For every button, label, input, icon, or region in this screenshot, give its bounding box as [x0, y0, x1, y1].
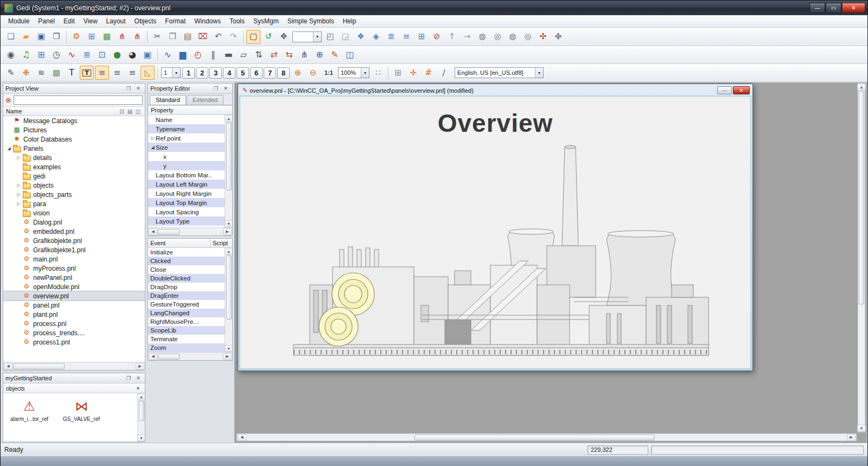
save-all-button[interactable]: ❒ [49, 30, 63, 44]
scroll-right-icon[interactable]: ▶ [223, 228, 232, 235]
copy-button[interactable]: ❐ [165, 30, 180, 44]
menu-item-help[interactable]: Help [339, 16, 361, 27]
pattern-style-button[interactable]: ▩ [49, 66, 63, 80]
move-up-button[interactable]: ↑ [445, 30, 459, 44]
scroll-left-icon[interactable]: ◀ [4, 363, 12, 370]
tree-collapsed-arrow-icon[interactable]: ▷ [15, 192, 22, 197]
fill-style-button[interactable]: ❉ [19, 66, 33, 80]
event-row-dragenter[interactable]: DragEnter [148, 291, 225, 300]
zoom-reset-button[interactable]: 1:1 [321, 66, 336, 80]
objects-tab[interactable]: objects ▾ [3, 384, 145, 393]
float-panel-button[interactable]: ❐ [124, 374, 133, 382]
details-view-icon[interactable]: ▤ [126, 108, 134, 114]
close-panel-button[interactable]: ✕ [134, 85, 143, 93]
open-panel-button[interactable]: ▰ [19, 30, 33, 44]
tree-column-header[interactable]: Name ⊡ ▤ ◫ [3, 106, 145, 116]
snap-grid-button[interactable]: ⊞ [391, 66, 405, 80]
tree-item-dialog-pnl[interactable]: ⚙Dialog.pnl [3, 218, 145, 227]
layer-select[interactable]: 1 ▾ [161, 67, 181, 78]
text-frame-button[interactable]: T [80, 66, 94, 80]
delete-button[interactable]: ⌧ [196, 30, 210, 44]
project-tree-button[interactable]: ⋔ [115, 30, 129, 44]
property-row-size[interactable]: ◢Size [148, 143, 225, 152]
angle-snap-button[interactable]: ∕ [437, 66, 451, 80]
rotate-button[interactable]: ↺ [261, 30, 276, 44]
property-row-layout-right-margin[interactable]: Layout Right Margin [148, 189, 225, 198]
shape-tool-button[interactable]: ◺ [141, 66, 155, 80]
align-right-button[interactable]: ≡ [125, 66, 139, 80]
chevron-down-icon[interactable]: ▾ [134, 385, 142, 391]
tree-item-embedded-pnl[interactable]: ⚙embedded.pnl [3, 227, 145, 236]
event-row-scopelib[interactable]: ScopeLib [148, 326, 225, 335]
layer-8-button[interactable]: 8 [277, 67, 290, 79]
property-row-layout-top-margin[interactable]: Layout Top Margin [148, 198, 225, 207]
ungroup-button[interactable]: ◈ [369, 30, 383, 44]
bar-chart-widget-button[interactable]: ▆ [176, 48, 190, 62]
plot-widget-button[interactable]: ∿ [161, 48, 175, 62]
align-center-button[interactable]: ≡ [110, 66, 124, 80]
scroll-thumb[interactable] [158, 354, 180, 360]
layer-5-button[interactable]: 5 [237, 67, 249, 79]
align-left-button[interactable]: ≡ [95, 66, 109, 80]
scroll-thumb[interactable] [859, 91, 864, 304]
event-row-rightmousepre[interactable]: RightMousePre... [148, 317, 225, 326]
tree-item-process-pnl[interactable]: ⚙process.pnl [3, 319, 145, 328]
property-collapsed-arrow-icon[interactable]: ▷ [150, 136, 156, 141]
split-view-icon[interactable]: ◫ [134, 108, 142, 114]
scroll-left-icon[interactable]: ◀ [149, 228, 157, 235]
tree-item-openmodule-pnl[interactable]: ⚙openModule.pnl [3, 282, 145, 291]
scroll-left-icon[interactable]: ◀ [238, 434, 246, 441]
trend-widget-button[interactable]: ∿ [65, 48, 79, 62]
close-panel-button[interactable]: ✕ [134, 374, 143, 382]
knob-widget-button[interactable]: ◕ [125, 48, 139, 62]
panel-link-button[interactable]: ✣ [536, 30, 550, 44]
swap-lr-button[interactable]: ⇄ [267, 48, 281, 62]
property-row-layout-bottom-mar[interactable]: Layout Bottom Mar.. [148, 170, 225, 180]
zoom-select[interactable]: 100% ▾ [338, 67, 369, 78]
tree-item-gedi[interactable]: gedi [3, 171, 145, 181]
zoom-in-button[interactable]: ⊕ [291, 66, 305, 80]
table-widget-button[interactable]: ⊞ [34, 48, 48, 62]
menu-item-view[interactable]: View [79, 16, 102, 27]
tree-item-plant-pnl[interactable]: ⚙plant.pnl [3, 310, 145, 319]
scroll-right-icon[interactable]: ▶ [136, 363, 144, 370]
child-close-button[interactable]: ✕ [733, 86, 750, 94]
minimize-button[interactable]: — [809, 3, 825, 13]
scroll-up-icon[interactable]: ▲ [137, 393, 145, 400]
menu-item-module[interactable]: Module [4, 16, 34, 27]
menu-item-edit[interactable]: Edit [59, 16, 79, 27]
tree-item-process1-pnl[interactable]: ⚙process1.pnl [3, 337, 145, 347]
property-row-layout-type[interactable]: Layout Type [148, 216, 225, 226]
tree-item-objects[interactable]: ▷objects [3, 181, 145, 190]
property-row-ref-point[interactable]: ▷Ref.point [148, 133, 225, 143]
child-titlebar[interactable]: ✎ overview.pnl - [C:\WinCC_OA_Proj\myGet… [239, 85, 751, 95]
close-button[interactable]: ✕ [842, 3, 865, 13]
float-panel-button[interactable]: ❐ [212, 85, 220, 93]
paste-button[interactable]: ▤ [181, 30, 195, 44]
tree-item-para[interactable]: ▷para [3, 199, 145, 208]
float-panel-button[interactable]: ❐ [124, 85, 133, 93]
property-row-x[interactable]: x [148, 152, 225, 161]
scroll-thumb[interactable] [158, 229, 180, 235]
new-module-button[interactable]: ⚙ [69, 30, 84, 44]
layer-2-button[interactable]: 2 [196, 67, 208, 79]
tree-collapsed-arrow-icon[interactable]: ▷ [15, 201, 22, 206]
event-row-doubleclicked[interactable]: DoubleClicked [148, 274, 225, 283]
property-expanded-arrow-icon[interactable]: ◢ [150, 145, 156, 150]
event-row-zoom[interactable]: Zoom [148, 343, 225, 352]
property-row-typename[interactable]: Typename [148, 124, 225, 133]
scroll-left-icon[interactable]: ◀ [149, 353, 157, 360]
scroll-thumb[interactable] [226, 123, 232, 190]
view-mode-icon[interactable]: ⊡ [118, 108, 126, 114]
save-panel-button[interactable]: ▣ [34, 30, 48, 44]
scroll-right-icon[interactable]: ▶ [847, 434, 856, 441]
tree-widget-button[interactable]: ⋔ [297, 48, 311, 62]
tree-item-newpanel-pnl[interactable]: ⚙newPanel.pnl [3, 273, 145, 282]
scroll-thumb[interactable] [226, 256, 232, 320]
tree-collapsed-arrow-icon[interactable]: ▷ [15, 183, 22, 188]
send-to-back-button[interactable]: ◲ [339, 30, 353, 44]
layout-rows-button[interactable]: ≣ [384, 30, 398, 44]
scroll-down-icon[interactable]: ▼ [137, 435, 145, 442]
tree-item-panels[interactable]: ◢Panels [3, 144, 145, 153]
reference-panel2-button[interactable]: ◎ [490, 30, 505, 44]
